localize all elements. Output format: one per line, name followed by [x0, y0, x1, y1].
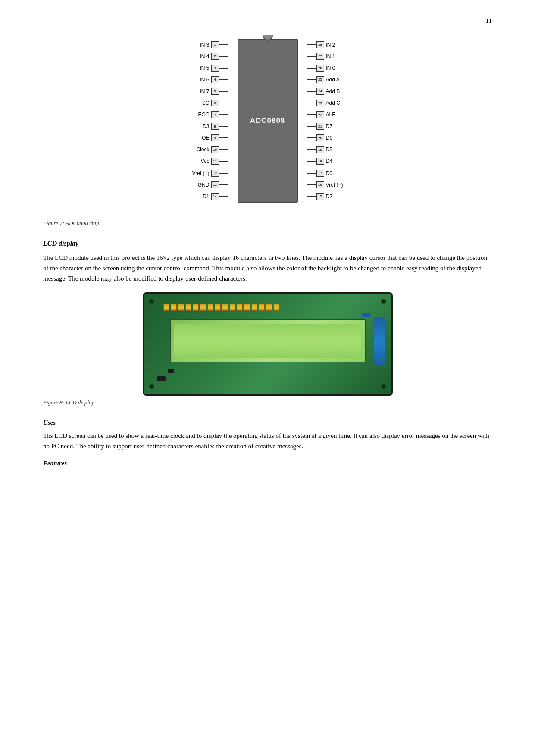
lcd-component-2: [168, 369, 174, 373]
lcd-screen: [170, 319, 366, 362]
pin-label-addb: Add B: [326, 88, 350, 94]
pin-label-in5: IN 5: [186, 65, 210, 71]
pin-box-25: 25: [316, 76, 324, 83]
pin-row: 20 D6: [307, 132, 350, 144]
pin-line: [219, 161, 228, 162]
pin-box-24: 24: [316, 88, 324, 95]
lcd-pin: [207, 304, 213, 311]
chip-notch: [263, 35, 273, 41]
pin-line: [307, 79, 316, 80]
pin-label-d3: D3: [186, 123, 210, 129]
pin-line: [307, 161, 316, 162]
lcd-pin: [200, 304, 206, 311]
pin-box-12: 12: [211, 170, 219, 177]
pin-label-clock: Clock: [186, 147, 210, 153]
pin-box-11: 11: [211, 158, 219, 165]
lcd-pin: [222, 304, 228, 311]
pin-line: [307, 184, 316, 185]
pin-line: [219, 126, 228, 127]
pin-row: 23 Add C: [307, 97, 350, 109]
lcd-component-1: [157, 376, 166, 381]
lcd-pin: [185, 304, 191, 311]
pin-line: [307, 114, 316, 115]
pin-row: EOC 7: [186, 109, 228, 121]
pin-label-d0: D0: [326, 170, 350, 176]
pin-label-in0: IN 0: [326, 65, 350, 71]
pin-line: [307, 137, 316, 138]
pin-line: [307, 196, 316, 197]
pin-label-d4: D4: [326, 158, 350, 164]
pin-label-ale: ALE: [326, 112, 350, 118]
pin-row: Vref (+) 12: [186, 167, 228, 179]
pin-line: [307, 44, 316, 45]
pin-line: [219, 56, 228, 57]
pin-box-22: 22: [316, 111, 324, 118]
pin-line: [219, 91, 228, 92]
pin-label-in1: IN 1: [326, 53, 350, 59]
pin-box-8: 8: [211, 123, 219, 130]
lcd-section-heading: LCD display: [43, 240, 492, 247]
lcd-pin: [244, 304, 250, 311]
pin-label-in3: IN 3: [186, 42, 210, 48]
lcd-pin: [178, 304, 184, 311]
lcd-hole-br: [381, 384, 386, 389]
pin-box-27: 27: [316, 53, 324, 60]
pin-label-vref-minus: Vref (−): [326, 182, 350, 188]
uses-heading: Uses: [43, 419, 492, 426]
lcd-pin: [193, 304, 199, 311]
pin-label-in2: IN 2: [326, 42, 350, 48]
pin-line: [219, 149, 228, 150]
pin-box-4: 4: [211, 76, 219, 83]
pin-line: [307, 103, 316, 103]
pin-line: [307, 68, 316, 69]
pin-box-13: 13: [211, 181, 219, 188]
chip-label: ADC0808: [250, 116, 285, 125]
pin-label-addc: Add C: [326, 100, 350, 106]
pin-label-d1: D1: [186, 194, 210, 200]
pin-box-28: 28: [316, 41, 324, 48]
pin-box-9: 9: [211, 134, 219, 141]
pins-left: IN 3 1 IN 4 2 IN 5 3 IN 6 4: [186, 39, 228, 202]
pin-line: [219, 114, 228, 115]
pin-line: [219, 103, 228, 103]
pin-box-20: 20: [316, 134, 324, 141]
pin-label-d2: D2: [326, 194, 350, 200]
pin-row: Clock 10: [186, 144, 228, 156]
pin-row: 17 D0: [307, 167, 350, 179]
lcd-component-3: [362, 313, 370, 317]
pin-row: 25 Add A: [307, 74, 350, 85]
lcd-pin: [229, 304, 235, 311]
pin-row: IN 7 5: [186, 85, 228, 97]
pin-box-3: 3: [211, 65, 219, 72]
pin-line: [219, 184, 228, 185]
pin-line: [307, 173, 316, 174]
pin-row: SC 6: [186, 97, 228, 109]
pin-label-vcc: Vcc: [186, 158, 210, 164]
pin-label-sc: SC: [186, 100, 210, 106]
pin-row: GND 13: [186, 179, 228, 191]
chip-body: ADC0808: [238, 39, 298, 203]
lcd-pin: [215, 304, 221, 311]
pins-right: 28 IN 2 27 IN 1 26 IN 0 25 Add A: [307, 39, 350, 202]
pin-row: Vcc 11: [186, 156, 228, 167]
lcd-image: [143, 292, 393, 396]
pin-line: [219, 68, 228, 69]
pin-box-16: 16: [316, 181, 324, 188]
pin-row: 15 D2: [307, 191, 350, 202]
pin-row: 28 IN 2: [307, 39, 350, 50]
pin-box-17: 17: [316, 170, 324, 177]
pin-label-d5: D5: [326, 147, 350, 153]
pin-line: [307, 149, 316, 150]
pin-line: [219, 173, 228, 174]
pin-row: D3 8: [186, 121, 228, 132]
pin-label-in4: IN 4: [186, 53, 210, 59]
pin-label-adda: Add A: [326, 77, 350, 83]
pin-row: D1 14: [186, 191, 228, 202]
lcd-hole-tl: [149, 299, 154, 304]
lcd-screen-inner: [174, 324, 361, 358]
pin-label-vref-plus: Vref (+): [186, 170, 210, 176]
features-heading: Features: [43, 460, 492, 467]
chip-diagram: ADC0808 IN 3 1 IN 4 2 IN 5 3: [43, 30, 492, 211]
pin-row: 22 ALE: [307, 109, 350, 121]
pin-row: 16 Vref (−): [307, 179, 350, 191]
